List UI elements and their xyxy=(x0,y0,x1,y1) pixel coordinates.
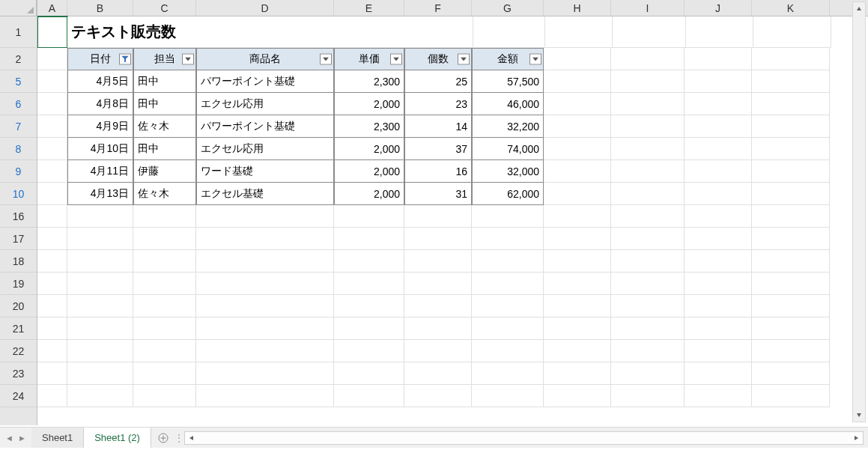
cell[interactable] xyxy=(196,340,334,362)
select-all-corner[interactable] xyxy=(0,0,37,16)
cell[interactable] xyxy=(404,250,472,273)
cell[interactable] xyxy=(685,115,752,138)
cell-A1[interactable] xyxy=(37,16,67,48)
filter-dropdown-icon[interactable] xyxy=(529,54,541,65)
filter-dropdown-icon[interactable] xyxy=(320,54,332,65)
scroll-up-arrow-icon[interactable] xyxy=(853,2,865,16)
column-header-C[interactable]: C xyxy=(133,0,196,16)
vertical-scrollbar[interactable] xyxy=(852,1,866,422)
table-cell-qty[interactable]: 14 xyxy=(404,115,472,138)
cell[interactable] xyxy=(752,115,830,138)
cell[interactable] xyxy=(67,317,133,340)
cell[interactable] xyxy=(472,340,544,362)
cell[interactable] xyxy=(37,205,67,228)
horizontal-scrollbar[interactable] xyxy=(184,431,864,445)
filter-active-icon[interactable] xyxy=(119,54,131,65)
cell[interactable] xyxy=(544,160,611,183)
cell[interactable] xyxy=(334,317,404,340)
cell[interactable] xyxy=(685,205,752,228)
cell[interactable] xyxy=(67,250,133,273)
cell[interactable] xyxy=(37,48,67,70)
cell[interactable] xyxy=(611,295,685,317)
cell[interactable] xyxy=(196,317,334,340)
cell[interactable] xyxy=(404,205,472,228)
cell[interactable] xyxy=(133,205,196,228)
cell[interactable] xyxy=(334,273,404,295)
cell[interactable] xyxy=(404,317,472,340)
table-cell-date[interactable]: 4月10日 xyxy=(67,138,133,160)
cell[interactable] xyxy=(544,295,611,317)
cell[interactable] xyxy=(37,93,67,115)
cell[interactable] xyxy=(67,362,133,385)
cell[interactable] xyxy=(133,295,196,317)
table-cell-product[interactable]: エクセル応用 xyxy=(196,93,334,115)
scroll-left-arrow-icon[interactable] xyxy=(185,432,198,444)
row-header-6[interactable]: 6 xyxy=(0,93,37,115)
cell[interactable] xyxy=(752,273,830,295)
cell[interactable] xyxy=(611,115,685,138)
table-cell-date[interactable]: 4月9日 xyxy=(67,115,133,138)
scroll-right-arrow-icon[interactable] xyxy=(849,432,863,444)
cell[interactable] xyxy=(404,362,472,385)
table-cell-qty[interactable]: 16 xyxy=(404,160,472,183)
row-header-21[interactable]: 21 xyxy=(0,317,37,340)
cell[interactable] xyxy=(613,16,686,48)
cell[interactable] xyxy=(611,93,685,115)
cell[interactable] xyxy=(685,93,752,115)
table-cell-person[interactable]: 佐々木 xyxy=(133,183,196,205)
cell[interactable] xyxy=(196,205,334,228)
cell[interactable] xyxy=(472,228,544,250)
cell[interactable] xyxy=(196,228,334,250)
cell[interactable] xyxy=(544,385,611,407)
row-header-1[interactable]: 1 xyxy=(0,16,37,48)
sheet-tab[interactable]: Sheet1 (2) xyxy=(84,428,151,449)
cell[interactable] xyxy=(752,317,830,340)
cell[interactable] xyxy=(544,93,611,115)
row-header-18[interactable]: 18 xyxy=(0,250,37,273)
column-header-G[interactable]: G xyxy=(472,0,544,16)
cell[interactable] xyxy=(37,340,67,362)
table-cell-unit_price[interactable]: 2,000 xyxy=(334,93,404,115)
cell[interactable] xyxy=(472,295,544,317)
cell[interactable] xyxy=(752,362,830,385)
table-cell-amount[interactable]: 32,200 xyxy=(472,115,544,138)
cell[interactable] xyxy=(752,48,830,70)
cell[interactable] xyxy=(685,250,752,273)
cell[interactable] xyxy=(404,273,472,295)
cell[interactable] xyxy=(67,273,133,295)
cell[interactable] xyxy=(611,228,685,250)
table-header-unit_price[interactable]: 単価 xyxy=(334,48,404,70)
table-cell-amount[interactable]: 74,000 xyxy=(472,138,544,160)
cell[interactable] xyxy=(37,295,67,317)
table-cell-qty[interactable]: 31 xyxy=(404,183,472,205)
new-sheet-button[interactable] xyxy=(151,428,175,448)
cell[interactable] xyxy=(752,295,830,317)
row-header-23[interactable]: 23 xyxy=(0,362,37,385)
cell[interactable] xyxy=(544,250,611,273)
table-cell-amount[interactable]: 57,500 xyxy=(472,70,544,93)
column-header-K[interactable]: K xyxy=(752,0,830,16)
table-cell-date[interactable]: 4月13日 xyxy=(67,183,133,205)
column-header-B[interactable]: B xyxy=(67,0,133,16)
table-cell-unit_price[interactable]: 2,000 xyxy=(334,160,404,183)
cell[interactable] xyxy=(472,362,544,385)
tab-split-handle[interactable]: ⋮ xyxy=(177,431,181,446)
cell[interactable] xyxy=(67,205,133,228)
cell[interactable] xyxy=(611,138,685,160)
row-header-22[interactable]: 22 xyxy=(0,340,37,362)
row-header-5[interactable]: 5 xyxy=(0,70,37,93)
filter-dropdown-icon[interactable] xyxy=(182,54,194,65)
cell[interactable] xyxy=(544,48,611,70)
table-cell-unit_price[interactable]: 2,000 xyxy=(334,183,404,205)
cell[interactable] xyxy=(196,273,334,295)
cell[interactable] xyxy=(334,228,404,250)
cell[interactable] xyxy=(37,115,67,138)
cell[interactable] xyxy=(196,250,334,273)
cell[interactable] xyxy=(472,317,544,340)
table-cell-person[interactable]: 佐々木 xyxy=(133,115,196,138)
cell[interactable] xyxy=(545,16,613,48)
cell[interactable] xyxy=(472,205,544,228)
cell[interactable] xyxy=(685,160,752,183)
table-header-product[interactable]: 商品名 xyxy=(196,48,334,70)
cell[interactable] xyxy=(685,138,752,160)
